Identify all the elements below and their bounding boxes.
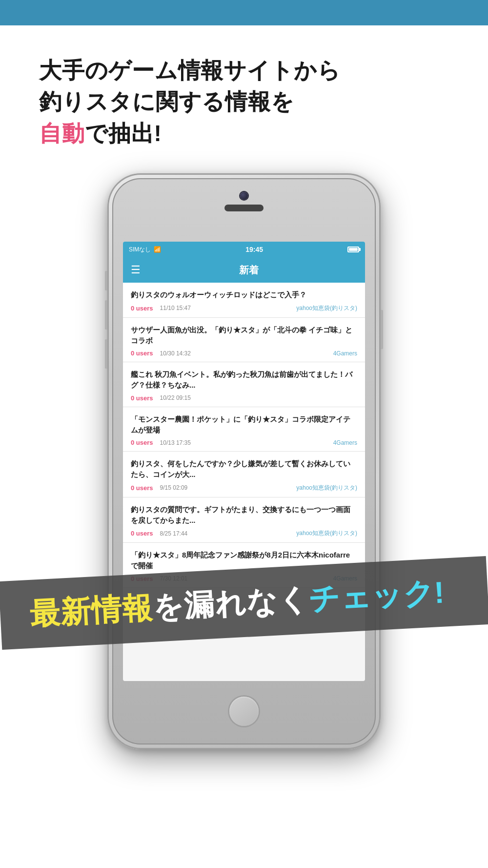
news-item[interactable]: 艦これ 秋刀魚イベント。私が釣った秋刀魚は前歯が出てました！バグ？仕様？ちなみ.… (123, 362, 365, 407)
phone-camera-area (224, 192, 264, 211)
home-button[interactable] (229, 697, 259, 726)
news-list: 釣りスタのウォルオーウィッチロッドはどこで入手？ 0 users 11/10 1… (123, 283, 365, 588)
sim-text: SIMなし (129, 246, 151, 254)
volume-up-button[interactable] (105, 300, 107, 330)
status-bar: SIMなし 📶 19:45 (123, 242, 365, 257)
overlay-normal: を漏れなく (152, 582, 309, 624)
nav-bar: ☰ 新着 (123, 257, 365, 283)
header-line2: 釣りスタに関する情報を (39, 89, 294, 114)
mute-button[interactable] (105, 271, 107, 290)
news-title: サウザー人面魚が出没。「釣り★スタ」が「北斗の拳 イチゴ味」とコラボ (131, 325, 357, 346)
overlay-banner: 最新情報を漏れなくチェック! (0, 556, 488, 650)
top-bar (0, 0, 488, 25)
news-date: 8/25 17:44 (160, 530, 188, 537)
status-time: 19:45 (245, 246, 263, 253)
news-title: 釣りスタ、何をしたんですか？少し嫌気が差して暫くお休みしていたら、コインが大..… (131, 458, 357, 480)
power-button[interactable] (381, 310, 383, 349)
volume-down-button[interactable] (105, 339, 107, 369)
news-meta: 0 users 8/25 17:44 yahoo知恵袋(釣りスタ) (131, 529, 357, 537)
status-right (347, 247, 359, 252)
header-highlight: 自動 (39, 121, 85, 146)
phone-section: SIMなし 📶 19:45 ☰ 新着 (0, 168, 488, 793)
phone-mockup: SIMなし 📶 19:45 ☰ 新着 (107, 173, 381, 749)
news-date: 10/13 17:35 (160, 439, 191, 446)
overlay-banner-text: 最新情報を漏れなくチェック! (28, 572, 446, 635)
news-source: yahoo知恵袋(釣りスタ) (296, 484, 357, 492)
news-source: yahoo知恵袋(釣りスタ) (296, 529, 357, 537)
news-item[interactable]: 釣りスタの質問です。ギフトがたまり、交換するにも一つ一つ画面を戻してからまた..… (123, 497, 365, 543)
news-date: 10/30 14:32 (160, 350, 191, 357)
news-meta-left: 0 users 8/25 17:44 (131, 530, 187, 537)
news-date: 11/10 15:47 (160, 305, 191, 311)
news-date: 9/15 02:09 (160, 484, 188, 491)
news-meta-left: 0 users 11/10 15:47 (131, 305, 191, 312)
header-line1: 大手のゲーム情報サイトから (39, 58, 341, 83)
news-item[interactable]: 釣りスタ、何をしたんですか？少し嫌気が差して暫くお休みしていたら、コインが大..… (123, 452, 365, 497)
news-title: 「モンスター農園！ポケット」に「釣り★スタ」コラボ限定アイテムが登場 (131, 414, 357, 435)
phone-shell: SIMなし 📶 19:45 ☰ 新着 (107, 173, 381, 749)
news-source: 4Gamers (333, 439, 357, 446)
news-item[interactable]: 「モンスター農園！ポケット」に「釣り★スタ」コラボ限定アイテムが登場 0 use… (123, 407, 365, 452)
hamburger-icon[interactable]: ☰ (131, 264, 140, 276)
battery-fill (349, 248, 358, 251)
battery-icon (347, 247, 359, 252)
news-item[interactable]: サウザー人面魚が出没。「釣り★スタ」が「北斗の拳 イチゴ味」とコラボ 0 use… (123, 318, 365, 363)
news-meta-left: 0 users 10/22 09:15 (131, 394, 191, 402)
overlay-highlight: 最新情報 (29, 591, 154, 631)
news-meta-left: 0 users 9/15 02:09 (131, 484, 187, 492)
camera-icon (240, 192, 248, 200)
news-meta: 0 users 10/22 09:15 (131, 394, 357, 402)
news-item[interactable]: 釣りスタのウォルオーウィッチロッドはどこで入手？ 0 users 11/10 1… (123, 283, 365, 318)
wifi-icon: 📶 (154, 246, 161, 253)
nav-title: 新着 (140, 264, 357, 277)
news-meta: 0 users 10/13 17:35 4Gamers (131, 439, 357, 446)
header-text: 大手のゲーム情報サイトから 釣りスタに関する情報を 自動で抽出! (39, 55, 449, 149)
news-title: 艦これ 秋刀魚イベント。私が釣った秋刀魚は前歯が出てました！バグ？仕様？ちなみ.… (131, 369, 357, 391)
header-line3-normal: で抽出! (85, 121, 162, 146)
news-title: 釣りスタのウォルオーウィッチロッドはどこで入手？ (131, 289, 357, 300)
speaker-bar (224, 205, 264, 211)
news-users: 0 users (131, 484, 153, 492)
status-left: SIMなし 📶 (129, 246, 161, 254)
news-meta: 0 users 9/15 02:09 yahoo知恵袋(釣りスタ) (131, 484, 357, 492)
overlay-blue: チェック! (308, 576, 446, 616)
news-meta: 0 users 10/30 14:32 4Gamers (131, 350, 357, 357)
header-section: 大手のゲーム情報サイトから 釣りスタに関する情報を 自動で抽出! (0, 25, 488, 168)
news-source: 4Gamers (333, 350, 357, 357)
news-date: 10/22 09:15 (160, 394, 191, 401)
news-meta: 0 users 11/10 15:47 yahoo知恵袋(釣りスタ) (131, 304, 357, 312)
news-users: 0 users (131, 439, 153, 446)
news-meta-left: 0 users 10/13 17:35 (131, 439, 191, 446)
phone-inner: SIMなし 📶 19:45 ☰ 新着 (112, 178, 376, 744)
news-title: 釣りスタの質問です。ギフトがたまり、交換するにも一つ一つ画面を戻してからまた..… (131, 504, 357, 526)
news-meta-left: 0 users 10/30 14:32 (131, 350, 191, 357)
news-source: yahoo知恵袋(釣りスタ) (296, 304, 357, 312)
news-users: 0 users (131, 350, 153, 357)
news-users: 0 users (131, 305, 153, 312)
news-users: 0 users (131, 394, 153, 402)
news-users: 0 users (131, 530, 153, 537)
